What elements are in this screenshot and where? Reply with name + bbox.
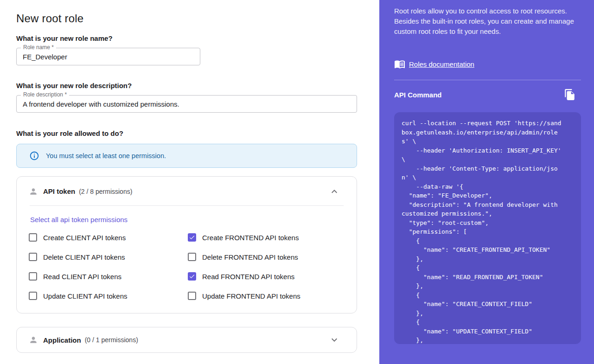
role-name-question: What is your new role name? [16, 34, 113, 42]
person-icon [29, 335, 38, 345]
api-token-section-header[interactable]: API token (2 / 8 permissions) [17, 177, 357, 206]
checkbox-unchecked-icon[interactable] [188, 253, 196, 261]
permission-checkbox-row[interactable]: Delete CLIENT API tokens [29, 253, 188, 261]
checkbox-label: Delete CLIENT API tokens [43, 253, 125, 261]
sidebar-description: Root roles allow you to control access t… [394, 6, 580, 37]
role-name-label: Role name * [21, 44, 56, 51]
api-command-code: curl --location --request POST 'https://… [394, 112, 581, 344]
copy-button[interactable] [563, 88, 576, 101]
roles-documentation-link[interactable]: Roles documentation [409, 60, 474, 68]
docs-link-row: Roles documentation [394, 58, 474, 70]
api-command-row: API Command [394, 88, 581, 102]
checkbox-unchecked-icon[interactable] [29, 253, 37, 261]
permission-checkbox-row[interactable]: Create CLIENT API tokens [29, 233, 188, 242]
checkbox-unchecked-icon[interactable] [188, 292, 196, 300]
info-icon [29, 151, 39, 161]
alert-text: You must select at least one permission. [46, 152, 166, 160]
permission-checkbox-row[interactable]: Update CLIENT API tokens [29, 292, 188, 300]
section-title: Application [43, 336, 81, 344]
section-count: (2 / 8 permissions) [79, 188, 132, 195]
permission-checkbox-row[interactable]: Read FRONTEND API tokens [188, 272, 300, 281]
checkbox-checked-icon[interactable] [188, 272, 196, 281]
page-title: New root role [16, 12, 83, 25]
sidebar-divider [394, 80, 581, 80]
section-divider [30, 205, 344, 206]
role-description-question: What is your new role description? [16, 82, 132, 89]
checkbox-label: Update FRONTEND API tokens [202, 292, 300, 300]
copy-icon [564, 89, 576, 101]
checkbox-label: Create FRONTEND API tokens [202, 234, 299, 242]
chevron-down-icon [329, 334, 340, 345]
checkbox-label: Delete FRONTEND API tokens [202, 253, 298, 261]
permission-checkbox-row[interactable]: Create FRONTEND API tokens [188, 233, 300, 242]
role-description-label: Role description * [21, 91, 69, 98]
api-command-title: API Command [394, 91, 442, 99]
checkbox-label: Create CLIENT API tokens [43, 234, 126, 242]
checkbox-label: Read CLIENT API tokens [43, 273, 121, 281]
checkbox-unchecked-icon[interactable] [29, 233, 37, 242]
api-token-section: API token (2 / 8 permissions) Select all… [16, 176, 357, 313]
sidebar: Root roles allow you to control access t… [379, 0, 594, 364]
form-panel: New root role What is your new role name… [0, 0, 379, 364]
application-section-header[interactable]: Application (0 / 1 permissions) [17, 327, 357, 352]
select-all-api-token-permissions-link[interactable]: Select all api token permissions [30, 216, 128, 224]
menu-book-icon [394, 58, 405, 70]
checkbox-unchecked-icon[interactable] [29, 292, 37, 300]
section-title: API token [43, 187, 75, 195]
chevron-up-icon [329, 186, 340, 197]
role-name-field: Role name * [16, 48, 200, 65]
permission-checkbox-grid: Create CLIENT API tokensCreate FRONTEND … [29, 233, 300, 300]
checkbox-unchecked-icon[interactable] [29, 272, 37, 281]
person-icon [29, 187, 38, 196]
role-description-field: Role description * [16, 95, 357, 113]
permission-checkbox-row[interactable]: Update FRONTEND API tokens [188, 292, 300, 300]
section-count: (0 / 1 permissions) [85, 336, 138, 344]
permission-checkbox-row[interactable]: Read CLIENT API tokens [29, 272, 188, 281]
checkbox-label: Read FRONTEND API tokens [202, 273, 294, 281]
permissions-question: What is your role allowed to do? [16, 129, 123, 137]
new-root-role-page: New root role What is your new role name… [0, 0, 594, 364]
checkbox-label: Update CLIENT API tokens [43, 292, 128, 300]
application-section: Application (0 / 1 permissions) [16, 327, 357, 353]
permission-checkbox-row[interactable]: Delete FRONTEND API tokens [188, 253, 300, 261]
checkbox-checked-icon[interactable] [188, 233, 196, 242]
permission-alert: You must select at least one permission. [16, 144, 357, 168]
